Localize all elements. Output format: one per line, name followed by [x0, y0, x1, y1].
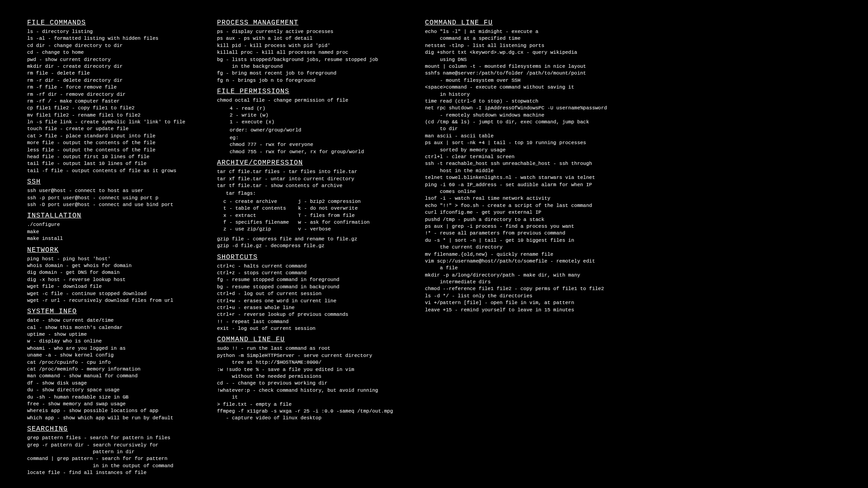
- column-3: COMMAND LINE FU echo "ls -l" | at midnig…: [425, 18, 633, 477]
- file-commands-list: ls - directory listing ls -al - formatte…: [27, 28, 199, 174]
- system-info-list: date - show current date/time cal - show…: [27, 317, 199, 422]
- cheatsheet-columns: FILE COMMANDS ls - directory listing ls …: [27, 18, 841, 477]
- heading-process-management: PROCESS MANAGEMENT: [217, 18, 407, 28]
- installation-list: ./configure make make install: [27, 221, 199, 242]
- process-management-list: ps - display currently active processes …: [217, 28, 407, 84]
- file-permissions-b: 4 - read (r) 2 - write (w) 1 - execute (…: [217, 105, 407, 126]
- tar-flags-left: c - create archive t - table of contents…: [223, 198, 289, 233]
- heading-file-permissions: FILE PERMISSIONS: [217, 87, 407, 96]
- heading-searching: SEARCHING: [27, 424, 199, 434]
- archive-a: tar cf file.tar files - tar files into f…: [217, 169, 407, 189]
- searching-list: grep pattern files - search for pattern …: [27, 435, 199, 476]
- shortcuts-list: ctrl+c - halts current command ctrl+z - …: [217, 263, 407, 333]
- heading-ssh: SSH: [27, 177, 199, 187]
- file-permissions-a: chmod octal file - change permission of …: [217, 97, 407, 104]
- heading-command-line-fu-2: COMMAND LINE FU: [425, 18, 633, 28]
- tar-flags-right: j - bzip2 compression k - do not overwri…: [298, 198, 369, 233]
- ssh-list: ssh user@host - connect to host as user …: [27, 188, 199, 208]
- archive-b: gzip file - compress file and rename to …: [217, 236, 407, 250]
- heading-system-info: SYSTEM INFO: [27, 307, 199, 316]
- network-list: ping host - ping host 'host' whois domai…: [27, 256, 199, 305]
- command-line-fu-list-2: echo "ls -l" | at midnight - execute a c…: [425, 28, 633, 314]
- heading-file-commands: FILE COMMANDS: [27, 18, 199, 28]
- heading-archive-compression: ARCHIVE/COMPRESSION: [217, 158, 407, 168]
- file-permissions-c: order: owner/group/world: [217, 127, 407, 134]
- tar-flags-label: tar flags:: [217, 190, 407, 197]
- heading-installation: INSTALLATION: [27, 211, 199, 221]
- tar-flags: c - create archive t - table of contents…: [217, 198, 407, 233]
- column-2: PROCESS MANAGEMENT ps - display currentl…: [217, 18, 407, 477]
- heading-command-line-fu-1: COMMAND LINE FU: [217, 335, 407, 344]
- heading-network: NETWORK: [27, 245, 199, 255]
- command-line-fu-list-1: sudo !! - run the last command as root p…: [217, 345, 407, 422]
- column-1: FILE COMMANDS ls - directory listing ls …: [27, 18, 199, 477]
- heading-shortcuts: SHORTCUTS: [217, 253, 407, 262]
- file-permissions-d: eg: chmod 777 - rwx for everyone chmod 7…: [217, 135, 407, 155]
